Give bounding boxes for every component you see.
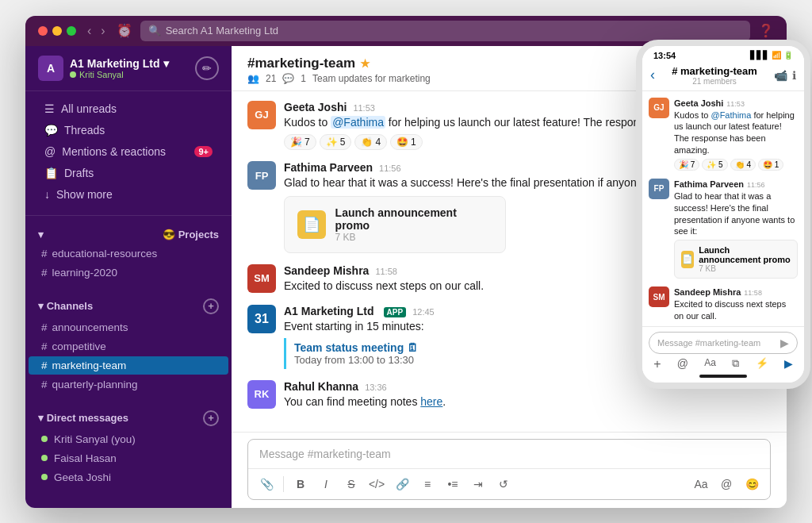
app-badge: APP bbox=[384, 307, 407, 317]
sidebar-item-drafts[interactable]: 📋 Drafts bbox=[32, 163, 225, 183]
phone-reaction[interactable]: 👏 4 bbox=[730, 159, 756, 171]
phone-mention-icon[interactable]: @ bbox=[677, 357, 688, 371]
hash-icon: # bbox=[41, 360, 48, 371]
phone-msg-sender: Geeta Joshi bbox=[674, 98, 723, 108]
channels-header[interactable]: ▾ Channels + bbox=[25, 295, 232, 317]
text-format-button[interactable]: Aa bbox=[691, 474, 711, 494]
phone-back-button[interactable]: ‹ bbox=[650, 67, 655, 83]
channel-quarterly-planning[interactable]: # quarterly-planning bbox=[29, 375, 228, 394]
hash-icon: # bbox=[41, 340, 48, 352]
workspace-name[interactable]: A1 Marketing Ltd ▾ bbox=[70, 57, 169, 70]
message-time: 11:56 bbox=[379, 163, 401, 173]
star-icon[interactable]: ★ bbox=[360, 57, 370, 70]
phone-text-icon[interactable]: Aa bbox=[704, 357, 716, 371]
help-icon[interactable]: ❓ bbox=[758, 23, 774, 38]
back-arrow[interactable]: ‹ bbox=[84, 22, 94, 40]
chevron-down-icon: ▾ bbox=[38, 412, 47, 424]
threads-icon: 💬 bbox=[44, 124, 58, 137]
projects-header[interactable]: ▾ 😎 Projects bbox=[25, 225, 232, 244]
channel-competitive[interactable]: # competitive bbox=[29, 337, 228, 356]
emoji-button[interactable]: 😊 bbox=[741, 474, 762, 494]
hash-icon: # bbox=[41, 379, 48, 390]
avatar: GJ bbox=[247, 101, 276, 129]
bold-button[interactable]: B bbox=[290, 474, 311, 494]
phone-file-size: 7 KB bbox=[699, 264, 791, 273]
maximize-button[interactable] bbox=[67, 26, 76, 36]
channel-marketing-team[interactable]: # marketing-team bbox=[29, 356, 228, 375]
channel-meta: 👥 21 💬 1 Team updates for marketing bbox=[247, 73, 431, 84]
phone-plus-icon[interactable]: + bbox=[653, 357, 661, 371]
toolbar-separator bbox=[283, 476, 284, 492]
phone-status-bar: 13:54 ▋▋▋ 📶 🔋 bbox=[642, 46, 804, 62]
sidebar-item-mentions[interactable]: @ Mentions & reactions 9+ bbox=[32, 141, 225, 162]
phone-copy-icon[interactable]: ⧉ bbox=[732, 357, 739, 371]
mention-button[interactable]: @ bbox=[716, 474, 737, 494]
forward-arrow[interactable]: › bbox=[98, 22, 108, 40]
channel-announcements[interactable]: # announcements bbox=[29, 318, 228, 336]
sidebar-nav: ☰ All unreads 💬 Threads @ Mentions & rea… bbox=[25, 91, 232, 212]
channels-section: ▾ Channels + # announcements # competiti… bbox=[25, 289, 232, 401]
italic-button[interactable]: I bbox=[316, 474, 336, 494]
reaction[interactable]: 👏 4 bbox=[354, 134, 387, 150]
hash-icon: # bbox=[41, 248, 48, 260]
phone-info-icon[interactable]: ℹ bbox=[792, 69, 796, 82]
unordered-list-button[interactable]: •≡ bbox=[442, 474, 463, 494]
phone-input-placeholder: Message #marketing-team bbox=[657, 338, 760, 348]
close-button[interactable] bbox=[38, 26, 48, 36]
history-icon[interactable]: ⏰ bbox=[117, 23, 132, 38]
search-placeholder: Search A1 Marketing Ltd bbox=[166, 25, 278, 37]
compose-button[interactable]: ✏ bbox=[195, 56, 219, 80]
workspace-header: A A1 Marketing Ltd ▾ Kriti Sanyal bbox=[25, 46, 232, 91]
phone-send-icon[interactable]: ▶ bbox=[780, 336, 789, 349]
phone-message-input[interactable]: Message #marketing-team ▶ bbox=[649, 332, 798, 354]
undo-button[interactable]: ↺ bbox=[493, 474, 514, 494]
reaction[interactable]: ✨ 5 bbox=[320, 134, 352, 150]
attachment-button[interactable]: 📎 bbox=[256, 474, 277, 494]
event-title: Team status meeting 🗓 bbox=[294, 341, 427, 354]
phone-reaction[interactable]: 🎉 7 bbox=[674, 159, 699, 171]
phone-msg-sender: Sandeep Mishra bbox=[674, 287, 741, 297]
nav-arrows: ‹ › bbox=[84, 22, 109, 40]
dm-geeta[interactable]: Geeta Joshi bbox=[29, 468, 228, 486]
message-time: 13:36 bbox=[365, 383, 387, 392]
dm-faisal[interactable]: Faisal Hasan bbox=[29, 449, 228, 467]
dm-header[interactable]: ▾ Direct messages + bbox=[25, 407, 232, 429]
link[interactable]: here bbox=[420, 395, 442, 408]
phone-file-attachment[interactable]: 📄 Launch announcement promo 7 KB bbox=[674, 240, 798, 279]
event-card[interactable]: Team status meeting 🗓 Today from 13:00 t… bbox=[284, 338, 435, 369]
phone-forward-icon[interactable]: ▶ bbox=[784, 357, 793, 371]
add-dm-button[interactable]: + bbox=[203, 410, 219, 426]
chevron-down-icon: ▾ bbox=[38, 300, 47, 312]
strikethrough-button[interactable]: S bbox=[341, 474, 362, 494]
link-button[interactable]: 🔗 bbox=[392, 474, 412, 494]
ordered-list-button[interactable]: ≡ bbox=[417, 474, 438, 494]
phone-video-icon[interactable]: 📹 bbox=[774, 69, 787, 82]
phone-reaction[interactable]: 🤩 1 bbox=[758, 159, 783, 171]
file-icon: 📄 bbox=[297, 210, 326, 239]
dm-kriti[interactable]: Kriti Sanyal (you) bbox=[29, 430, 228, 448]
message-input[interactable]: Message #marketing-team bbox=[248, 440, 770, 468]
phone-bolt-icon[interactable]: ⚡ bbox=[756, 357, 768, 371]
channel-educational-resources[interactable]: # educational-resources bbox=[29, 244, 228, 263]
phone-time: 13:54 bbox=[653, 51, 676, 60]
sidebar-show-more[interactable]: ↓ Show more bbox=[32, 184, 225, 205]
sidebar-item-threads[interactable]: 💬 Threads bbox=[32, 120, 225, 140]
sidebar-item-all-unreads[interactable]: ☰ All unreads bbox=[32, 98, 225, 119]
code-button[interactable]: </> bbox=[366, 474, 387, 494]
avatar: SM bbox=[247, 264, 276, 293]
indent-button[interactable]: ⇥ bbox=[468, 474, 488, 494]
file-attachment[interactable]: 📄 Launch announcement promo 7 KB bbox=[284, 196, 506, 253]
channel-learning-2020[interactable]: # learning-2020 bbox=[29, 263, 228, 282]
add-channel-button[interactable]: + bbox=[203, 298, 219, 314]
minimize-button[interactable] bbox=[52, 26, 62, 36]
phone-channel-header: ‹ # marketing-team 21 members 📹 ℹ bbox=[642, 62, 804, 91]
phone-msg-sender: Fathima Parveen bbox=[674, 179, 744, 189]
search-bar[interactable]: 🔍 Search A1 Marketing Ltd bbox=[140, 21, 750, 41]
phone-reaction[interactable]: ✨ 5 bbox=[702, 159, 727, 171]
phone-msg-text: Glad to hear that it was a success! Here… bbox=[674, 190, 798, 237]
message-text: Event starting in 15 minutes: bbox=[284, 319, 435, 335]
avatar: RK bbox=[247, 380, 276, 409]
reaction[interactable]: 🎉 7 bbox=[284, 134, 316, 150]
phone-message-row: FP Fathima Parveen11:56 Glad to hear tha… bbox=[649, 179, 798, 279]
reaction[interactable]: 🤩 1 bbox=[390, 134, 423, 150]
